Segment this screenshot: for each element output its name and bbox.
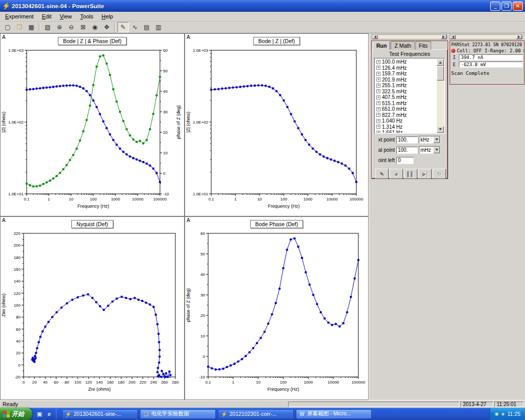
menu-experiment[interactable]: Experiment: [1, 12, 38, 21]
scroll-left-icon[interactable]: [372, 35, 378, 39]
tab-run[interactable]: Run: [373, 41, 390, 50]
frequency-item[interactable]: 822.7 mHz: [375, 112, 437, 118]
app-icon: ⚡: [2, 2, 10, 10]
svg-text:0.1: 0.1: [24, 197, 30, 202]
taskbar-item-document[interactable]: W 屏幕截图 - Micro...: [296, 409, 372, 419]
frequency-item[interactable]: 201.9 mHz: [375, 77, 437, 83]
list-scrollbar[interactable]: [437, 59, 444, 133]
frequency-item[interactable]: 651.0 mHz: [375, 106, 437, 112]
maximize-button[interactable]: ❐: [501, 2, 512, 11]
frequency-item[interactable]: 407.5 mHz: [375, 94, 437, 101]
open-button[interactable]: ❐: [14, 22, 25, 32]
expand-icon[interactable]: [376, 119, 380, 123]
skip-button[interactable]: ▶|: [418, 169, 432, 179]
zoom-box-button[interactable]: ⊠: [77, 22, 89, 32]
frequency-item[interactable]: 515.1 mHz: [375, 101, 437, 107]
frequency-item[interactable]: 1.661 Hz: [375, 130, 437, 133]
select-region-button[interactable]: ▧: [42, 22, 53, 32]
expand-icon[interactable]: [376, 84, 380, 88]
scroll-right-icon[interactable]: [441, 35, 447, 39]
expand-icon[interactable]: [376, 77, 380, 82]
svg-text:0: 0: [23, 380, 25, 385]
svg-text:100000: 100000: [153, 197, 167, 202]
internet-explorer-icon[interactable]: e: [45, 410, 53, 418]
menu-edit[interactable]: Edit: [38, 12, 56, 21]
scroll-track[interactable]: [378, 35, 441, 39]
tab-fits[interactable]: Fits: [415, 41, 431, 50]
scroll-right-icon[interactable]: [516, 35, 522, 39]
task-label: 2012102301-corr-...: [229, 411, 276, 417]
expand-icon[interactable]: [376, 113, 380, 117]
menu-help[interactable]: Help: [97, 12, 117, 21]
frequency-list[interactable]: 100.0 mHz 126.4 mHz 159.7 mHz 201.9 mHz …: [374, 58, 445, 134]
points-left-input[interactable]: 0: [396, 157, 414, 164]
stop-button[interactable]: ■: [390, 169, 403, 179]
final-point-input[interactable]: 100.: [396, 147, 418, 154]
svg-text:50: 50: [163, 69, 168, 73]
frequency-label: 100.0 mHz: [382, 59, 407, 65]
line-tool-button[interactable]: ∿: [129, 22, 140, 32]
overlay-graph-button[interactable]: ▤: [141, 22, 152, 32]
tab-z-math[interactable]: Z Math: [391, 41, 415, 50]
dropdown-icon[interactable]: [433, 136, 440, 143]
scroll-up-icon[interactable]: [437, 59, 444, 66]
next-point-unit-select[interactable]: kHz: [419, 136, 440, 144]
titlebar[interactable]: ⚡ 2013042601-sine-04 - PowerSuite _ ❐ ✕: [0, 0, 525, 12]
frequency-label: 822.7 mHz: [382, 112, 407, 118]
start-button[interactable]: 开始: [0, 408, 32, 420]
taskbar-item-powersuite-2[interactable]: ⚡ 2012102301-corr-...: [218, 409, 294, 419]
zoom-in-button[interactable]: ⊕: [54, 22, 65, 32]
frequency-item[interactable]: 159.7 mHz: [375, 71, 437, 77]
scroll-left-icon[interactable]: [450, 35, 456, 39]
tray-icon-2[interactable]: ◈: [501, 411, 505, 416]
zoom-out-button[interactable]: ⊖: [66, 22, 77, 32]
frequency-item[interactable]: 126.4 mHz: [375, 65, 437, 71]
pen-tool-button[interactable]: ✎: [117, 22, 129, 32]
minimize-button[interactable]: _: [490, 2, 500, 11]
zoom-reset-button[interactable]: ◉: [89, 22, 100, 32]
expand-icon[interactable]: [376, 101, 380, 105]
repeat-button[interactable]: ↻: [433, 169, 446, 179]
expand-icon[interactable]: [376, 89, 380, 93]
scroll-thumb[interactable]: [437, 66, 444, 81]
svg-text:-10: -10: [199, 375, 205, 379]
taskbar-item-folder[interactable]: ❏ 电化学实验数据: [140, 409, 216, 419]
menu-view[interactable]: View: [56, 12, 76, 21]
frequency-item[interactable]: 100.0 mHz: [375, 59, 437, 65]
scroll-down-icon[interactable]: [437, 126, 444, 133]
svg-text:100: 100: [280, 197, 288, 202]
status-time: 11:25:01: [494, 402, 524, 407]
final-point-unit-select[interactable]: mHz: [419, 146, 440, 154]
menu-tools[interactable]: Tools: [76, 12, 97, 21]
chart-panel-bode-z-phase: A Bode | Z | & Phase (Def) 0.11101001000…: [0, 33, 185, 216]
new-button[interactable]: ▢: [2, 22, 13, 32]
h-scrollbar-instrument-panel[interactable]: [450, 34, 522, 39]
pause-button[interactable]: ▌▌: [404, 169, 417, 179]
export-graph-button[interactable]: ▥: [153, 22, 164, 32]
svg-text:80: 80: [16, 315, 21, 319]
bode-phase-chart: 0.1110100100010000100000Frequency (Hz)-1…: [186, 229, 368, 398]
expand-icon[interactable]: [376, 95, 380, 99]
close-button[interactable]: ✕: [513, 2, 523, 11]
edit-frequencies-button[interactable]: ✎: [375, 169, 389, 179]
show-desktop-icon[interactable]: ▣: [35, 410, 44, 418]
frequency-item[interactable]: 255.1 mHz: [375, 83, 437, 89]
expand-icon[interactable]: [376, 66, 380, 70]
frequency-item[interactable]: 322.5 mHz: [375, 89, 437, 95]
frequency-item[interactable]: 1.040 Hz: [375, 118, 437, 124]
frequency-item[interactable]: 1.314 Hz: [375, 124, 437, 130]
svg-text:60: 60: [54, 380, 58, 385]
expand-icon[interactable]: [376, 60, 380, 64]
tray-icon-1[interactable]: ◉: [495, 411, 499, 416]
pan-button[interactable]: ✥: [101, 22, 112, 32]
expand-icon[interactable]: [376, 107, 380, 111]
expand-icon[interactable]: [376, 72, 380, 76]
next-point-input[interactable]: 100.: [396, 136, 418, 144]
taskbar-item-powersuite[interactable]: ⚡ 2013042601-sine-...: [62, 409, 138, 419]
scroll-track[interactable]: [456, 35, 516, 39]
h-scrollbar-run-panel[interactable]: [372, 34, 447, 39]
expand-icon[interactable]: [376, 131, 380, 133]
datasheet-button[interactable]: ▦: [26, 22, 37, 32]
expand-icon[interactable]: [376, 125, 380, 129]
dropdown-icon[interactable]: [433, 147, 440, 153]
